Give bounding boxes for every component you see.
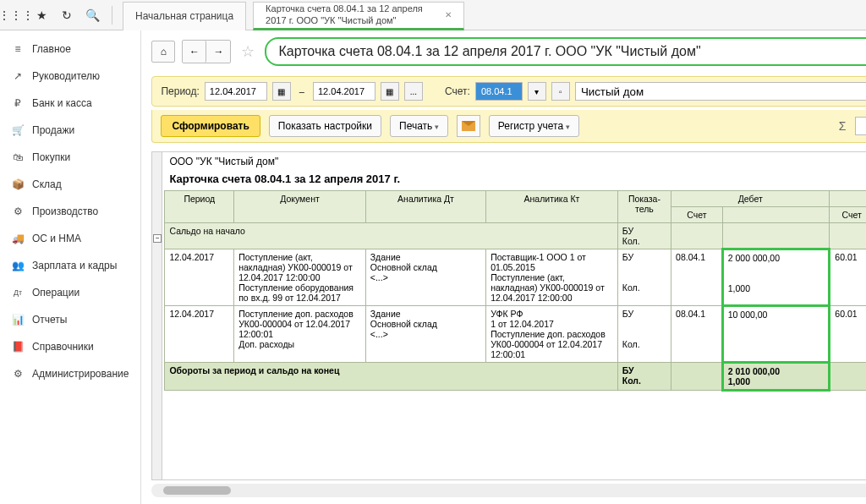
sidebar-item-manager[interactable]: ↗Руководителю (0, 63, 140, 90)
sidebar-item-payroll[interactable]: 👥Зарплата и кадры (0, 252, 140, 279)
people-icon: 👥 (12, 260, 24, 271)
table-header-row: Период Документ Аналитика Дт Аналитика К… (165, 191, 866, 207)
gear-icon: ⚙ (12, 205, 24, 217)
tab-label: Карточка счета 08.04.1 за 12 апреля 2017… (266, 3, 436, 25)
show-settings-button[interactable]: Показать настройки (269, 115, 381, 137)
sidebar-item-label: Банк и касса (32, 97, 92, 109)
sidebar-item-main[interactable]: ≡Главное (0, 36, 140, 63)
account-input[interactable] (475, 82, 523, 101)
sidebar-item-reports[interactable]: 📊Отчеты (0, 306, 140, 333)
sidebar-item-label: Отчеты (32, 314, 67, 326)
scrollbar-thumb[interactable] (163, 486, 231, 495)
account-dropdown-icon[interactable]: ▾ (528, 82, 546, 101)
book-icon: 📕 (12, 341, 24, 353)
date-from-input[interactable] (205, 82, 267, 101)
mail-icon (462, 121, 475, 131)
th-period: Период (165, 191, 234, 223)
table-row[interactable]: 12.04.2017 Поступление доп. расходов УК0… (165, 306, 866, 363)
register-button[interactable]: Регистр учета (489, 115, 579, 137)
bag-icon: 🛍 (12, 151, 24, 163)
cell-adt: Здание Основной склад <...> (365, 306, 485, 363)
org-input[interactable] (575, 82, 866, 101)
search-icon[interactable]: 🔍 (83, 6, 101, 25)
horizontal-scrollbar[interactable] (151, 484, 866, 497)
sidebar-item-label: Главное (32, 43, 71, 55)
sidebar-item-refs[interactable]: 📕Справочники (0, 333, 140, 360)
table-row[interactable]: 12.04.2017 Поступление (акт, накладная) … (165, 249, 866, 306)
sidebar-item-bank[interactable]: ₽Банк и касса (0, 90, 140, 117)
period-picker-button[interactable]: ... (404, 82, 423, 101)
sidebar-item-operations[interactable]: ДтОперации (0, 279, 140, 306)
saldo-label: Сальдо на начало (165, 223, 617, 249)
cell-adt: Здание Основной склад <...> (365, 249, 485, 306)
report-wrap: − ООО "УК "Чистый дом" Карточка счета 08… (151, 151, 866, 480)
cell-akt: Поставщик-1 ООО 1 от 01.05.2015 Поступле… (486, 249, 618, 306)
history-icon[interactable]: ↻ (58, 6, 76, 25)
account-open-icon[interactable]: ▫ (551, 82, 570, 101)
action-bar: Сформировать Показать настройки Печать Р… (151, 110, 866, 143)
cart-icon: 🛒 (12, 124, 24, 136)
cell-c-acc: 60.01 (830, 249, 866, 306)
date-to-input[interactable] (313, 82, 375, 101)
sum-input[interactable] (855, 117, 867, 135)
tab-label: Начальная страница (135, 10, 233, 22)
cell-d-acc: 08.04.1 (671, 249, 723, 306)
dtdt-icon: Дт (12, 287, 24, 299)
cell-doc: Поступление доп. расходов УК00-000004 от… (234, 306, 366, 363)
report-org: ООО "УК "Чистый дом" (164, 152, 866, 171)
totals-ind: БУКол. (617, 363, 671, 391)
th-credit: Кредит (830, 191, 866, 207)
dash: – (299, 86, 304, 96)
form-button[interactable]: Сформировать (161, 115, 260, 137)
sidebar-item-production[interactable]: ⚙Производство (0, 198, 140, 225)
sidebar: ≡Главное ↗Руководителю ₽Банк и касса 🛒Пр… (0, 30, 141, 504)
th-d-acc: Счет (671, 207, 723, 223)
sigma-icon[interactable]: Σ (839, 119, 847, 133)
th-d-blank (722, 207, 830, 223)
account-label: Счет: (445, 85, 470, 97)
forward-button[interactable]: → (206, 41, 230, 63)
close-icon[interactable]: ✕ (445, 10, 452, 19)
divider (112, 6, 112, 25)
sidebar-item-sales[interactable]: 🛒Продажи (0, 117, 140, 144)
sidebar-item-purchases[interactable]: 🛍Покупки (0, 144, 140, 171)
back-button[interactable]: ← (183, 41, 206, 63)
cell-ind: БУКол. (617, 249, 671, 306)
cell-c-acc: 60.01 (830, 306, 866, 363)
sidebar-item-warehouse[interactable]: 📦Склад (0, 171, 140, 198)
box-icon: 📦 (12, 178, 24, 190)
report-body: ООО "УК "Чистый дом" Карточка счета 08.0… (152, 152, 866, 479)
reports-icon: 📊 (12, 314, 24, 326)
cell-ind: БУКол. (617, 306, 671, 363)
sidebar-item-label: Склад (32, 178, 62, 190)
sidebar-item-label: Покупки (32, 151, 70, 163)
favorite-icon[interactable]: ☆ (238, 42, 258, 61)
mail-button[interactable] (457, 115, 480, 137)
tab-home[interactable]: Начальная страница (123, 2, 246, 30)
sidebar-item-label: Руководителю (32, 70, 100, 82)
top-toolbar: ⋮⋮⋮ ★ ↻ 🔍 Начальная страница Карточка сч… (0, 0, 866, 30)
totals-d-sum: 2 010 000,001,000 (722, 363, 830, 391)
home-button[interactable]: ⌂ (151, 41, 175, 63)
print-button[interactable]: Печать (390, 115, 448, 137)
page-title: Карточка счета 08.04.1 за 12 апреля 2017… (265, 37, 866, 66)
th-akt: Аналитика Кт (486, 191, 618, 223)
th-doc: Документ (234, 191, 366, 223)
tab-report[interactable]: Карточка счета 08.04.1 за 12 апреля 2017… (253, 2, 464, 30)
calendar-from-icon[interactable]: ▦ (272, 82, 291, 101)
sidebar-item-admin[interactable]: ⚙Администрирование (0, 360, 140, 387)
filter-bar: Период: ▦ – ▦ ... Счет: ▾ ▫ ▾ ▫ (151, 76, 866, 107)
totals-row: Обороты за период и сальдо на конец БУКо… (165, 363, 866, 391)
th-c-acc: Счет (830, 207, 866, 223)
sidebar-item-assets[interactable]: 🚚ОС и НМА (0, 225, 140, 252)
th-debit: Дебет (671, 191, 830, 207)
report-table: Период Документ Аналитика Дт Аналитика К… (164, 190, 866, 392)
main-layout: ≡Главное ↗Руководителю ₽Банк и касса 🛒Пр… (0, 30, 866, 504)
apps-icon[interactable]: ⋮⋮⋮ (7, 6, 25, 25)
cell-period: 12.04.2017 (165, 306, 234, 363)
calendar-to-icon[interactable]: ▦ (381, 82, 399, 101)
cell-akt: УФК РФ 1 от 12.04.2017 Поступление доп. … (486, 306, 618, 363)
star-icon[interactable]: ★ (32, 6, 51, 25)
period-label: Период: (161, 85, 199, 97)
saldo-bu: БУКол. (617, 223, 671, 249)
